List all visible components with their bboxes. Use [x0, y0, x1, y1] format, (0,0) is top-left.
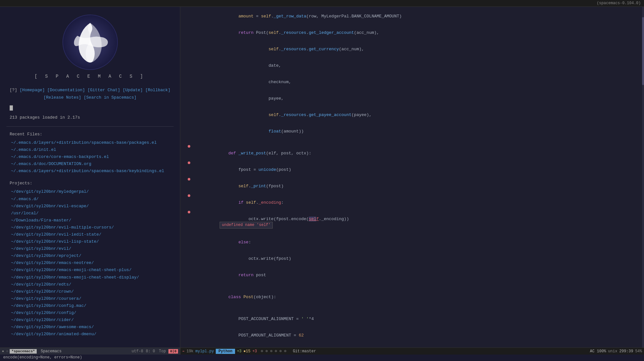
project-13[interactable]: ~/dev/git/syl20bnr/emacs-emoji-cheat-she… — [10, 274, 170, 281]
vc-indicator: 0|0 — [168, 349, 178, 354]
project-4[interactable]: /usr/local/ — [10, 210, 170, 217]
filesize: 19k — [186, 349, 194, 354]
code-line: amount = self._get_row_data(row, MyLedge… — [180, 8, 644, 24]
project-2[interactable]: ~/.emacs.d/ — [10, 196, 170, 203]
nav-links: [?] [Homepage] [Documentation] [Gitter C… — [0, 84, 180, 104]
scrollbar[interactable] — [642, 7, 644, 347]
nav-gitter[interactable]: [Gitter Chat] — [88, 88, 120, 93]
code-content: float(amount)) — [193, 123, 641, 140]
cursor-block — [10, 105, 13, 111]
code-content: else: — [193, 234, 641, 250]
code-content: octx.write(fpost.encode(self._encoding))… — [193, 211, 641, 234]
code-line: return Post(self._resources.get_ledger_a… — [180, 24, 644, 41]
minibuffer: encode(encoding=None, errors=None) — [0, 355, 644, 361]
code-line: date, — [180, 57, 644, 74]
gutter — [187, 194, 191, 197]
code-line: else: — [180, 234, 644, 250]
gutter — [187, 145, 191, 148]
code-content: self._print(fpost) — [193, 178, 641, 194]
project-17[interactable]: ~/dev/git/syl20bnr/config.mac/ — [10, 302, 170, 309]
project-21[interactable]: ~/dev/git/syl20bnr/animated-dmenu/ — [10, 331, 170, 338]
statusbar: ● ○ *spacemacs* Spacemacs utf-8 8: 0 Top… — [0, 347, 644, 355]
nav-update[interactable]: [Update] — [123, 88, 143, 93]
project-6[interactable]: ~/dev/git/syl20bnr/evil-multiple-cursors… — [10, 224, 170, 231]
recent-file-1[interactable]: ~/.emacs.d/layers/+distribution/spacemac… — [10, 139, 170, 146]
nav-rollback[interactable]: [Rollback] — [145, 88, 170, 93]
project-18[interactable]: ~/dev/git/syl20bnr/config/ — [10, 309, 170, 317]
right-panel: amount = self._get_row_data(row, MyLedge… — [180, 7, 644, 347]
nav-homepage[interactable]: [Homepage] — [20, 88, 45, 93]
code-content — [193, 140, 641, 145]
git-add: +3 — [237, 349, 242, 354]
logo-area: [ S P A C E M A C S ] — [0, 10, 180, 84]
code-content: POST_AMOUNT_ALIGNMENT = 62 — [193, 327, 641, 344]
spacemacs-logo — [61, 13, 119, 71]
code-line: fpost = unicode(post) — [180, 161, 644, 178]
nav-release-notes[interactable]: [Release Notes] — [43, 95, 81, 100]
project-19[interactable]: ~/dev/git/syl20bnr/cider/ — [10, 317, 170, 324]
code-content: octx.write(fpost) — [193, 250, 641, 267]
code-content — [193, 283, 641, 289]
error-dot — [188, 145, 190, 148]
recent-file-3[interactable]: ~/.emacs.d/core/core-emacs-backports.el — [10, 153, 170, 161]
error-dot — [188, 178, 190, 180]
error-dot — [188, 194, 190, 197]
nav-prefix: [?] — [10, 88, 20, 93]
code-line: octx.write(fpost.encode(self._encoding))… — [180, 211, 644, 234]
code-line: return post — [180, 267, 644, 283]
gutter — [187, 161, 191, 164]
project-15[interactable]: ~/dev/git/syl20bnr/crown/ — [10, 288, 170, 295]
project-9[interactable]: ~/dev/git/syl20bnr/evil/ — [10, 245, 170, 252]
nav-documentation[interactable]: [Documentation] — [47, 88, 85, 93]
code-line: payee, — [180, 90, 644, 107]
scroll-pct: 54% — [635, 349, 642, 354]
code-line: self._resources.get_currency(acc_num), — [180, 41, 644, 57]
project-10[interactable]: ~/dev/git/syl20bnr/eproject/ — [10, 252, 170, 259]
code-line: class Post(object): — [180, 289, 644, 305]
projects-title: Projects: — [10, 180, 170, 187]
gutter — [187, 178, 191, 180]
recent-file-4[interactable]: ~/.emacs.d/doc/DOCUMENTATION.org — [10, 161, 170, 168]
code-content: POST_ACCOUNT_ALIGNMENT = ' '*4 — [193, 311, 641, 327]
code-content: date, — [193, 57, 641, 74]
project-11[interactable]: ~/dev/git/syl20bnr/emacs-neotree/ — [10, 259, 170, 267]
code-area[interactable]: amount = self._get_row_data(row, MyLedge… — [180, 7, 644, 347]
status-top: Top — [158, 349, 167, 354]
project-5[interactable]: ~/Downloads/Fira-master/ — [10, 217, 170, 224]
code-content: checknum, — [193, 74, 641, 90]
title-bar: (spacemacs-0.104.0) — [0, 0, 644, 7]
code-line: POST_AMOUNT_ALIGNMENT = 62 — [180, 327, 644, 344]
code-line: checknum, — [180, 74, 644, 90]
nav-search[interactable]: [Search in Spacemacs] — [84, 95, 137, 100]
project-16[interactable]: ~/dev/git/syl20bnr/coursera/ — [10, 295, 170, 302]
code-line: POST_ACCOUNT_ALIGNMENT = ' '*4 — [180, 311, 644, 327]
tooltip: undefined name 'self' — [220, 222, 273, 229]
project-1[interactable]: ~/dev/git/syl20bnr/myledgerpal/ — [10, 188, 170, 195]
project-12[interactable]: ~/dev/git/syl20bnr/emacs-emoji-cheat-she… — [10, 267, 170, 274]
code-content: class Post(object): — [193, 289, 641, 305]
project-8[interactable]: ~/dev/git/syl20bnr/evil-lisp-state/ — [10, 238, 170, 245]
code-line — [180, 283, 644, 289]
error-dot — [188, 211, 190, 213]
scrollbar-thumb[interactable] — [642, 17, 644, 85]
project-20[interactable]: ~/dev/git/syl20bnr/awesome-emacs/ — [10, 324, 170, 331]
project-14[interactable]: ~/dev/git/syl20bnr/edts/ — [10, 281, 170, 288]
spacemacs-label: Spacemacs — [38, 349, 64, 354]
code-content: self._resources.get_payee_account(payee)… — [193, 107, 641, 123]
right-statusbar: – 19k mylpl.py Python +3 ●15 +3 ⊙ ⊙ ⊙ ⊙ … — [180, 348, 644, 355]
code-line: float(amount)) — [180, 123, 644, 140]
recent-file-2[interactable]: ~/.emacs.d/init.el — [10, 146, 170, 153]
project-7[interactable]: ~/dev/git/syl20bnr/evil-iedit-state/ — [10, 231, 170, 238]
recent-file-5[interactable]: ~/.emacs.d/layers/+distribution/spacemac… — [10, 168, 170, 175]
title-text: (spacemacs-0.104.0) — [597, 1, 641, 5]
projects-section: Projects: ~/dev/git/syl20bnr/myledgerpal… — [0, 177, 180, 340]
project-3[interactable]: ~/dev/git/syl20bnr/evil-escape/ — [10, 203, 170, 210]
minibuffer-text: encode(encoding=None, errors=None) — [3, 355, 82, 360]
code-content: return post — [193, 267, 641, 283]
spacemacs-title: [ S P A C E M A C S ] — [34, 74, 145, 79]
status-icons: ⊙ ⊙ ⊙ ⊙ ⊙ ⊙ — [259, 349, 288, 354]
code-content: def _write_post(elf, post, octx): — [193, 145, 641, 161]
code-content: if self._encoding: — [193, 194, 641, 211]
statusbar-wrapper: ● ○ *spacemacs* Spacemacs utf-8 8: 0 Top… — [0, 348, 644, 355]
status-pos-left: 8: 0 — [145, 349, 156, 354]
